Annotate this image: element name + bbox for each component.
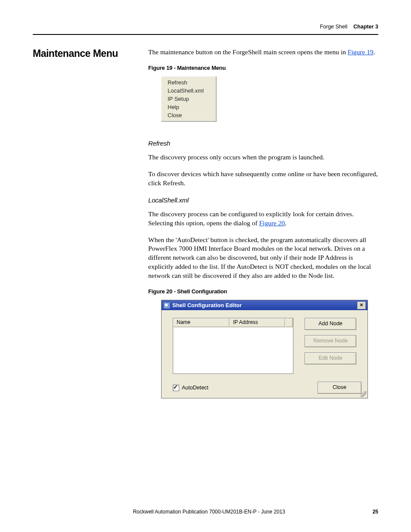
intro-text: The maintenance button on the ForgeShell… (148, 48, 348, 56)
menu-item-help[interactable]: Help (162, 103, 215, 111)
column-name[interactable]: Name (173, 318, 230, 327)
localshell-p1-after: . (285, 219, 286, 227)
dialog-titlebar[interactable]: Shell Configuration Editor × (162, 300, 367, 310)
dialog-title: Shell Configuration Editor (172, 302, 357, 308)
remove-node-button: Remove Node (305, 335, 356, 347)
localshell-p1-before: The discovery process can be configured … (148, 210, 354, 227)
menu-item-close[interactable]: Close (162, 111, 215, 119)
figure20-link[interactable]: Figure 20 (259, 219, 285, 227)
edit-node-button: Edit Node (305, 352, 356, 364)
column-spacer (285, 318, 293, 327)
intro-paragraph: The maintenance button on the ForgeShell… (148, 48, 378, 57)
shell-config-dialog: Shell Configuration Editor × Name IP Add… (161, 300, 368, 398)
close-button[interactable]: Close (318, 382, 361, 394)
refresh-heading: Refresh (148, 140, 378, 147)
autodetect-label: AutoDetect (182, 385, 209, 391)
page-header: Forge Shell Chapter 3 (33, 24, 378, 35)
figure19-link[interactable]: Figure 19 (348, 48, 374, 56)
table-header: Name IP Address (173, 318, 293, 327)
add-node-button[interactable]: Add Node (305, 318, 356, 330)
node-table[interactable]: Name IP Address (173, 318, 293, 374)
localshell-p2: When the 'AutoDetect' button is checked,… (148, 236, 378, 281)
footer-publication: Rockwell Automation Publication 7000-UM2… (46, 509, 373, 515)
menu-item-refresh[interactable]: Refresh (162, 78, 215, 87)
dialog-icon (163, 302, 170, 309)
refresh-p1: The discovery process only occurs when t… (148, 153, 378, 162)
close-icon[interactable]: × (357, 302, 366, 309)
header-section: Forge Shell (320, 24, 347, 30)
figure19-caption: Figure 19 - Maintenance Menu (148, 65, 378, 71)
refresh-p2: To discover devices which have subsequen… (148, 170, 378, 188)
autodetect-checkbox[interactable]: AutoDetect (173, 385, 209, 391)
menu-item-ipsetup[interactable]: IP Setup (162, 95, 215, 103)
menu-item-localshell[interactable]: LocalShell.xml (162, 87, 215, 95)
localshell-p1: The discovery process can be configured … (148, 210, 378, 228)
resize-grip-icon[interactable] (361, 391, 367, 397)
intro-after: . (374, 48, 375, 56)
header-chapter: Chapter 3 (353, 24, 378, 30)
maintenance-menu: Refresh LocalShell.xml IP Setup Help Clo… (161, 76, 216, 121)
page-footer: Rockwell Automation Publication 7000-UM2… (33, 509, 378, 515)
localshell-heading: LocalShell.xml (148, 196, 378, 204)
column-ip[interactable]: IP Address (230, 318, 285, 327)
footer-page: 25 (373, 509, 378, 515)
figure20-caption: Figure 20 - Shell Configuration (148, 288, 378, 295)
checkbox-icon[interactable] (173, 385, 179, 391)
section-heading: Maintenance Menu (33, 48, 148, 59)
